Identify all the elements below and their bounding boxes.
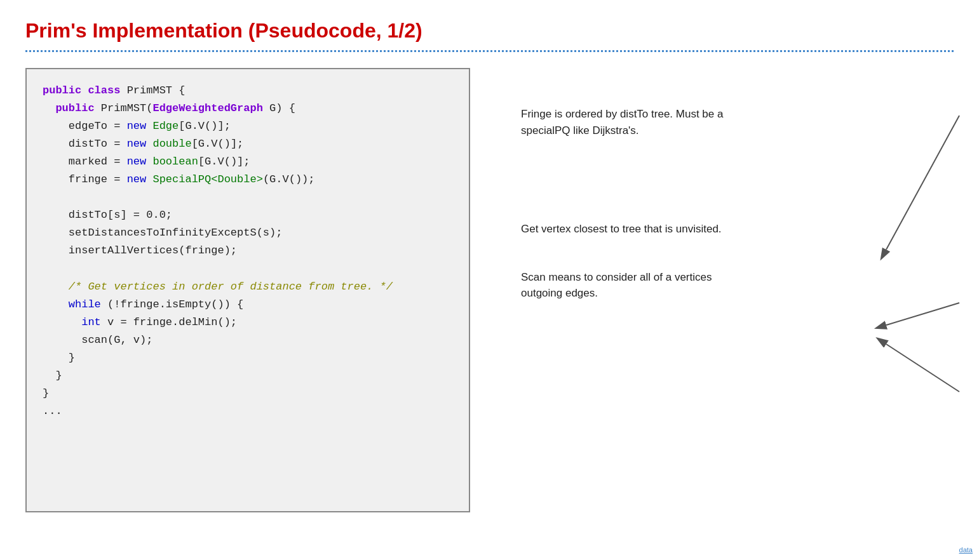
code-line-5: marked = new boolean[G.V()];	[43, 153, 453, 171]
kw-new4: new	[127, 173, 147, 185]
code-line-6: fringe = new SpecialPQ<Double>(G.V());	[43, 171, 453, 189]
code-line-19: ...	[43, 403, 453, 420]
watermark: data	[959, 546, 973, 554]
code-blank-1	[43, 189, 453, 206]
annotations-area: Fringe is ordered by distTo tree. Must b…	[470, 68, 954, 333]
kw-boolean-type: boolean	[146, 156, 198, 168]
code-line-14: int v = fringe.delMin();	[43, 314, 453, 331]
kw-specialpq: SpecialPQ<Double>	[146, 173, 263, 185]
code-line-8: distTo[s] = 0.0;	[43, 206, 453, 224]
page-container: Prim's Implementation (Pseudocode, 1/2) …	[0, 0, 979, 560]
code-line-17: }	[43, 367, 453, 385]
kw-class: class	[88, 84, 120, 97]
kw-public: public	[43, 84, 81, 97]
code-line-16: }	[43, 349, 453, 367]
kw-public2: public	[55, 102, 94, 114]
code-line-9: setDistancesToInfinityExceptS(s);	[43, 224, 453, 242]
arrow3-line	[886, 344, 959, 392]
code-line-2: public PrimMST(EdgeWeightedGraph G) {	[43, 100, 453, 117]
kw-double-type: double	[146, 138, 191, 150]
annotation-2: Get vertex closest to tree that is unvis…	[521, 221, 737, 237]
content-area: public class PrimMST { public PrimMST(Ed…	[25, 68, 954, 512]
kw-edge-weighted: EdgeWeightedGraph	[152, 102, 262, 114]
code-line-1: public class PrimMST {	[43, 82, 453, 100]
annotation-1: Fringe is ordered by distTo tree. Must b…	[521, 106, 737, 138]
kw-int: int	[81, 316, 101, 328]
kw-while: while	[69, 298, 101, 310]
kw-edge-type: Edge	[146, 120, 179, 132]
arrow1-line	[886, 116, 959, 250]
code-line-18: }	[43, 385, 453, 403]
code-comment: /* Get vertices in order of distance fro…	[69, 281, 393, 293]
code-line-3: edgeTo = new Edge[G.V()];	[43, 117, 453, 135]
code-line-15: scan(G, v);	[43, 331, 453, 349]
kw-new3: new	[127, 156, 147, 168]
kw-new1: new	[127, 120, 147, 132]
page-title: Prim's Implementation (Pseudocode, 1/2)	[25, 19, 954, 43]
annotation-1-text: Fringe is ordered by distTo tree. Must b…	[521, 108, 723, 137]
annotation-2-text: Get vertex closest to tree that is unvis…	[521, 223, 722, 235]
code-line-4: distTo = new double[G.V()];	[43, 135, 453, 153]
code-line-12: /* Get vertices in order of distance fro…	[43, 278, 453, 296]
arrows-svg	[432, 68, 979, 544]
kw-new2: new	[127, 138, 147, 150]
arrow2-line	[886, 303, 959, 325]
code-line-10: insertAllVertices(fringe);	[43, 242, 453, 260]
section-divider	[25, 50, 954, 52]
annotation-3: Scan means to consider all of a vertices…	[521, 269, 737, 302]
annotation-3-text: Scan means to consider all of a vertices…	[521, 271, 712, 300]
code-box: public class PrimMST { public PrimMST(Ed…	[25, 68, 470, 512]
code-line-13: while (!fringe.isEmpty()) {	[43, 296, 453, 314]
code-blank-2	[43, 260, 453, 277]
